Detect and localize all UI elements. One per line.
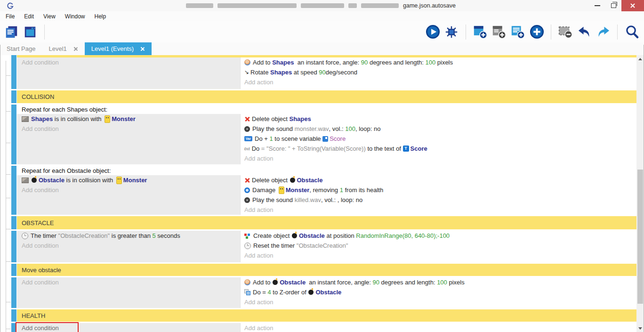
tab-level1-scene[interactable]: Level1 [42, 42, 84, 55]
scroll-up-button[interactable] [636, 55, 644, 63]
text-segment: Obstacle [39, 177, 64, 184]
redo-icon[interactable] [596, 24, 611, 40]
search-icon[interactable] [624, 24, 639, 40]
action-line[interactable]: Reset the timer "ObstacleCreation" [241, 241, 636, 251]
text-segment: Create object [253, 232, 291, 239]
add-action-button[interactable]: Add action [241, 154, 636, 163]
scroll-down-button[interactable] [636, 324, 644, 332]
add-other-event-icon[interactable] [529, 24, 544, 40]
debug-icon[interactable] [444, 24, 459, 40]
restore-button[interactable] [605, 0, 621, 11]
action-line[interactable]: Play the sound killed.wav, vol.: , loop:… [241, 195, 636, 205]
minimize-button[interactable] [589, 0, 605, 11]
text-segment: , vol.: , loop: no [321, 196, 362, 203]
delete-event-icon[interactable] [558, 24, 573, 40]
event-handle[interactable] [11, 277, 17, 308]
action-line[interactable]: Create object Obstacle at position Rando… [241, 231, 636, 241]
action-line[interactable]: Play the sound monster.wav, vol.: 100, l… [241, 124, 636, 134]
menu-edit[interactable]: Edit [19, 12, 39, 21]
add-condition-button[interactable]: Add condition [17, 124, 240, 133]
add-action-button[interactable]: Add action [241, 205, 636, 214]
close-button[interactable] [621, 0, 644, 11]
menu-window[interactable]: Window [60, 12, 90, 21]
event-handle[interactable] [11, 323, 17, 332]
add-condition-button[interactable]: Add condition [17, 57, 240, 67]
add-action-button[interactable]: Add action [241, 77, 636, 87]
tab-close-icon[interactable] [140, 47, 145, 51]
event-block: Repeat for each Shapes object:Shapes is … [11, 105, 636, 164]
add-condition-button[interactable]: Add condition [17, 185, 240, 194]
play-icon[interactable] [425, 24, 440, 40]
condition-line[interactable]: Obstacle is in collision with Monster [17, 175, 240, 185]
tab-label: Level1 (Events) [91, 45, 134, 52]
repeat-label[interactable]: Repeat for each Shapes object: [17, 105, 636, 114]
event-block: The timer "ObstacleCreation" is greater … [11, 231, 636, 262]
add-condition-button[interactable]: Add condition [17, 241, 240, 250]
condition-line[interactable]: Shapes is in collision with Monster [17, 114, 240, 124]
add-action-button[interactable]: Add action [241, 323, 636, 332]
action-line[interactable]: Add to Shapes an instant force, angle: 9… [241, 57, 636, 67]
toolbar-separator [551, 24, 551, 40]
tab-level1-events[interactable]: Level1 (Events) [85, 42, 152, 55]
add-condition-button[interactable]: Add condition [17, 277, 240, 287]
text-segment: Monster [123, 177, 147, 184]
event-handle[interactable] [11, 216, 17, 229]
add-comment-icon[interactable] [510, 24, 525, 40]
menu-view[interactable]: View [39, 12, 60, 21]
event-handle[interactable] [11, 166, 17, 215]
event-handle[interactable] [11, 264, 17, 276]
tab-start-page[interactable]: Start Page [0, 42, 42, 55]
undo-icon[interactable] [577, 24, 592, 40]
action-line[interactable]: Do = 4 to Z-order of Obstacle [241, 287, 636, 297]
action-line[interactable]: txtDo = "Score: " + ToString(Variable(Sc… [241, 144, 636, 154]
actions-column: Add to Shapes an instant force, angle: 9… [241, 57, 636, 89]
add-action-button[interactable]: Add action [241, 251, 636, 260]
event-body: HEALTH [17, 309, 636, 322]
action-line[interactable]: Add to Obstacle an instant force, angle:… [241, 277, 636, 287]
tab-close-icon[interactable] [73, 47, 78, 51]
window-border-left [0, 45, 0, 332]
add-condition-button[interactable]: Add condition [17, 323, 240, 332]
action-line[interactable]: ↘Rotate Shapes at speed 90deg/second [241, 67, 636, 77]
project-manager-icon[interactable] [4, 24, 19, 40]
group-header-label[interactable]: COLLISION [17, 93, 636, 100]
text-segment: Shapes [272, 59, 294, 66]
action-line[interactable]: VarDo + 1 to scene variable Score [241, 134, 636, 144]
text-segment: 90 [319, 69, 325, 76]
event-handle[interactable] [11, 105, 17, 164]
start-page-icon[interactable] [23, 24, 38, 40]
event-handle[interactable] [11, 231, 17, 262]
vertical-scrollbar[interactable] [636, 55, 644, 332]
toolbar-separator [617, 24, 618, 40]
text-segment: to the text of [366, 145, 403, 152]
add-action-button[interactable]: Add action [241, 297, 636, 307]
group-header-label[interactable]: HEALTH [17, 312, 636, 319]
menu-file[interactable]: File [1, 12, 19, 21]
group-header-label[interactable]: Move obstacle [17, 267, 636, 274]
scrollbar-thumb[interactable] [637, 170, 643, 304]
add-subevent-icon[interactable] [491, 24, 507, 40]
text-segment: at position [325, 232, 356, 239]
sound-icon [244, 197, 250, 203]
condition-line[interactable]: The timer "ObstacleCreation" is greater … [17, 231, 240, 241]
action-line[interactable]: Damage Monster, removing 1 from its heal… [241, 185, 636, 195]
minimize-icon [595, 5, 600, 6]
add-event-icon[interactable] [473, 24, 488, 40]
text-segment: The timer [31, 232, 58, 239]
timer-icon [22, 233, 28, 239]
text-segment: monster.wav [295, 125, 329, 132]
event-handle[interactable] [11, 57, 17, 89]
arrow-down-icon [638, 327, 642, 330]
event-bracket-tick [6, 302, 11, 302]
event-handle[interactable] [11, 309, 17, 322]
obstacle-icon [290, 178, 295, 183]
event-bracket-line [6, 61, 6, 332]
menu-help[interactable]: Help [90, 12, 111, 21]
event-handle[interactable] [11, 90, 17, 103]
action-line[interactable]: Delete object Shapes [241, 114, 636, 124]
text-segment: "ObstacleCreation" [297, 242, 348, 249]
action-line[interactable]: Delete object Obstacle [241, 175, 636, 185]
repeat-label[interactable]: Repeat for each Obstacle object: [17, 166, 636, 175]
group-header-label[interactable]: OBSTACLE [17, 219, 636, 227]
text-segment: Obstacle [280, 279, 306, 286]
